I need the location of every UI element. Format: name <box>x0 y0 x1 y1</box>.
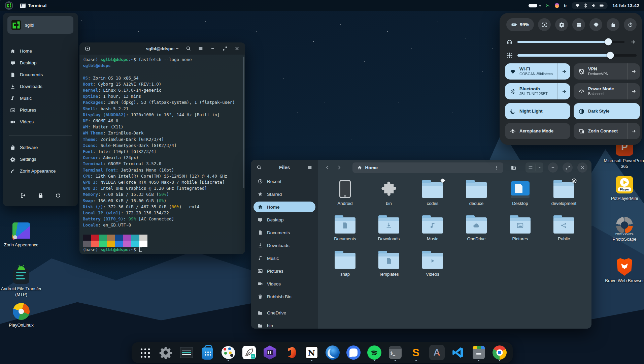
menu-item-downloads[interactable]: Downloads <box>5 81 75 92</box>
volume-output-chooser[interactable] <box>629 38 637 46</box>
power-mode-tile[interactable]: Power ModeBalanced <box>574 83 640 99</box>
dock-item-sublime-text[interactable]: S <box>408 343 424 362</box>
dock-item-thunderbird[interactable] <box>325 343 340 362</box>
wi-fi-more-button[interactable] <box>557 63 570 80</box>
keyboard-layout-indicator[interactable]: tr <box>564 3 567 8</box>
file-item-pictures[interactable]: Pictures <box>498 213 542 248</box>
zorin-connect-tile[interactable]: Zorin Connect <box>574 123 640 139</box>
dock-item-notes-app[interactable]: m <box>241 343 257 362</box>
sidebar-item-starred[interactable]: Starred <box>253 189 315 200</box>
logout-button[interactable] <box>17 189 29 201</box>
dark-style-tile[interactable]: Dark Style <box>574 103 640 119</box>
dock-item-spotify[interactable] <box>367 343 382 362</box>
menu-item-documents[interactable]: Documents <box>5 69 75 81</box>
path-bar[interactable]: Home <box>352 162 503 173</box>
lock-screen-button[interactable] <box>35 189 46 201</box>
terminal-output[interactable]: (base) sglbl@ddspc:~$ fastfetch --logo n… <box>79 55 245 254</box>
file-item-downloads[interactable]: Downloads <box>367 213 411 248</box>
desktop-icon-photoscape[interactable]: PHOTOSCAPEPhotoScape <box>603 217 644 242</box>
file-item-public[interactable]: Public <box>542 213 586 248</box>
lock-button[interactable] <box>607 18 619 31</box>
desktop-icon-android-file-transfer-mtp[interactable]: Android File Transfer (MTP) <box>0 266 43 298</box>
menu-item-zorin-appearance[interactable]: Zorin Appearance <box>5 165 75 177</box>
menu-item-music[interactable]: Music <box>5 92 75 104</box>
close-button[interactable] <box>577 162 587 173</box>
power-button[interactable] <box>624 18 637 31</box>
sidebar-item-bin[interactable]: bin <box>253 320 315 329</box>
desktop-icon-potplayermini[interactable]: PlayerPotPlayerMini <box>603 176 644 202</box>
sidebar-item-pictures[interactable]: Pictures <box>253 266 315 276</box>
view-options-dropdown[interactable] <box>536 162 543 173</box>
file-item-documents[interactable]: Documents <box>323 213 367 248</box>
brightness-slider-knob[interactable] <box>607 52 614 59</box>
dock-item-notion[interactable]: N <box>304 343 319 362</box>
user-card[interactable]: sglbl <box>7 16 73 34</box>
dock-item-image-editor[interactable] <box>221 343 236 362</box>
menu-item-software[interactable]: Software <box>5 142 75 153</box>
flame-tray-icon[interactable] <box>555 3 559 8</box>
file-item-android[interactable]: Android <box>323 177 367 213</box>
file-item-onedrive[interactable]: OneDrive <box>454 213 498 248</box>
close-button[interactable] <box>232 44 242 53</box>
menu-item-pictures[interactable]: Pictures <box>5 104 75 116</box>
maximize-button[interactable] <box>220 44 230 53</box>
desktop-icon-playonlinux[interactable]: PlayOnLinux <box>0 303 43 328</box>
file-item-codes[interactable]: codes <box>411 177 454 213</box>
zorin-connect-more-button[interactable] <box>627 123 640 139</box>
file-item-desktop[interactable]: Desktop <box>498 177 542 213</box>
clock[interactable]: 14 feb 13:42 <box>612 3 639 8</box>
focused-app-indicator[interactable]: Terminal <box>20 3 46 8</box>
file-item-deduce[interactable]: deduce <box>454 177 498 213</box>
maximize-button[interactable] <box>563 162 573 173</box>
screenshot-button[interactable] <box>538 18 551 31</box>
forward-button[interactable] <box>334 162 344 173</box>
scissors-tray-icon[interactable]: ✂ <box>546 3 550 8</box>
vpn-more-button[interactable] <box>627 63 640 80</box>
dock-item-system-monitor[interactable] <box>179 343 194 362</box>
location-menu-button[interactable] <box>493 163 501 172</box>
sidebar-item-downloads[interactable]: Downloads <box>253 240 315 251</box>
dock-item-vscode[interactable] <box>450 343 466 362</box>
battery-status-button[interactable]: 99% <box>506 18 534 31</box>
disks-button[interactable] <box>572 18 585 31</box>
file-item-templates[interactable]: Templates <box>367 248 411 283</box>
dock-item-chrome[interactable] <box>492 343 507 362</box>
brightness-slider[interactable] <box>517 54 637 57</box>
dock-item-signal[interactable] <box>346 343 361 362</box>
sidebar-item-home[interactable]: Home <box>253 202 315 212</box>
wi-fi-tile[interactable]: Wi-FiGOBCAN-Biblioteca <box>505 63 570 80</box>
dock-item-a-gradient-app[interactable]: A <box>429 343 445 362</box>
settings-button[interactable] <box>555 18 568 31</box>
list-view-button[interactable] <box>526 162 536 173</box>
search-in-folder-button[interactable] <box>509 162 519 173</box>
dock-item-music-tool[interactable] <box>262 343 278 362</box>
back-button[interactable] <box>322 162 332 173</box>
dock-item-ms-office[interactable] <box>283 343 299 362</box>
menu-item-videos[interactable]: Videos <box>5 116 75 128</box>
terminal-search-button[interactable] <box>184 44 193 53</box>
file-item-videos[interactable]: Videos <box>411 248 454 283</box>
sidebar-item-rubbish-bin[interactable]: Rubbish Bin <box>253 291 315 302</box>
terminal-titlebar[interactable]: sglbl@ddspc: ~ <box>79 42 245 55</box>
dock-item-settings[interactable] <box>158 343 173 362</box>
bluetooth-tile[interactable]: BluetoothJBL TUNE125BT <box>505 83 570 99</box>
desktop-icon-zorin-appearance[interactable]: Zorin Appearance <box>0 222 43 248</box>
dock-item-software-store[interactable] <box>200 343 215 362</box>
vpn-tile[interactable]: VPNDeduceVPN <box>574 63 640 80</box>
sidebar-item-documents[interactable]: Documents <box>253 227 315 238</box>
minimize-button[interactable] <box>208 44 217 53</box>
file-item-snap[interactable]: snap <box>323 248 367 283</box>
files-search-button[interactable] <box>254 162 264 173</box>
desktop-icon-brave-web-browser[interactable]: Brave Web Browser <box>603 258 644 284</box>
system-tray[interactable] <box>572 2 608 9</box>
volume-slider[interactable] <box>517 41 624 43</box>
bluetooth-more-button[interactable] <box>557 83 570 99</box>
night-light-tile[interactable]: Night Light <box>505 103 570 119</box>
new-tab-button[interactable] <box>83 44 92 53</box>
file-item-bin[interactable]: bin <box>367 177 411 213</box>
menu-item-home[interactable]: Home <box>5 45 75 57</box>
terminal-menu-button[interactable] <box>196 44 205 53</box>
power-mode-more-button[interactable] <box>627 83 640 99</box>
activities-button[interactable] <box>5 1 13 10</box>
file-item-development[interactable]: development <box>542 177 586 213</box>
